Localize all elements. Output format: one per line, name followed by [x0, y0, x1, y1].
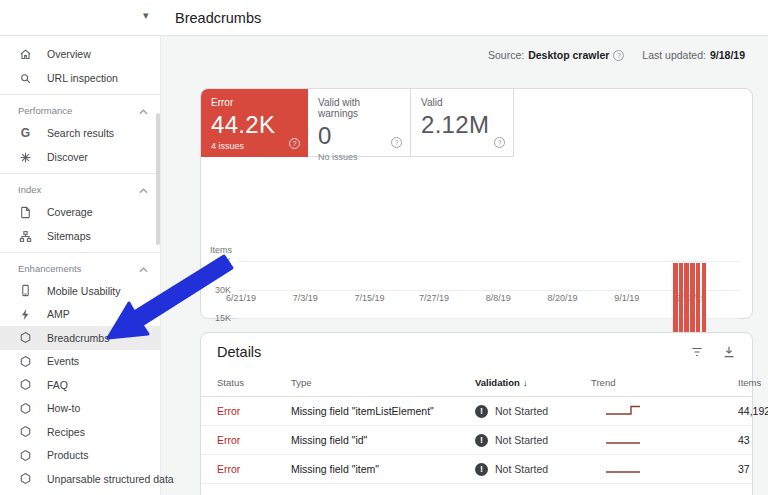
valid-warnings-card[interactable]: Valid with warnings 0 No issues ?: [308, 89, 411, 157]
sidebar-item-label: Coverage: [47, 206, 93, 218]
x-tick-label: 8/20/19: [538, 293, 588, 303]
chevron-up-icon: [139, 180, 148, 198]
sidebar-divider: [0, 94, 160, 95]
google-g-icon: G: [18, 126, 33, 141]
sidebar-item-label: Sitemaps: [47, 230, 91, 242]
enhancement-icon: [18, 471, 33, 486]
valid-card-help-icon[interactable]: ?: [494, 131, 505, 149]
sidebar-item-breadcrumbs[interactable]: Breadcrumbs: [0, 326, 160, 350]
sidebar-item-coverage[interactable]: Coverage: [0, 200, 160, 224]
chart-gridline: [237, 290, 740, 291]
search-console-window: ▾ Breadcrumbs OverviewURL inspectionPerf…: [0, 0, 768, 495]
sidebar-section-enhancements[interactable]: Enhancements: [0, 257, 160, 279]
col-header-status[interactable]: Status: [217, 377, 291, 388]
section-label: Enhancements: [18, 263, 139, 274]
search-icon: [18, 71, 33, 86]
error-card-value: 44.2K: [211, 111, 298, 139]
not-started-icon: !: [475, 405, 488, 418]
table-row[interactable]: ErrorMissing field "id"!Not Started43: [201, 426, 752, 455]
valid-card-value: 2.12M: [421, 111, 503, 139]
enhancement-icon: [18, 354, 33, 369]
details-title: Details: [217, 344, 261, 360]
sidebar-item-label: Search results: [47, 127, 114, 139]
enhancement-icon: [18, 448, 33, 463]
sidebar-item-recipes[interactable]: Recipes: [0, 420, 160, 444]
help-icon[interactable]: ?: [391, 137, 402, 148]
sidebar-item-how-to[interactable]: How-to: [0, 397, 160, 421]
help-icon[interactable]: ?: [289, 138, 300, 149]
sidebar-item-amp[interactable]: AMP: [0, 303, 160, 327]
cell-status: Error: [217, 405, 291, 417]
sidebar-item-discover[interactable]: Discover: [0, 145, 160, 169]
col-header-validation[interactable]: Validation↓: [475, 377, 591, 388]
error-card[interactable]: Error 44.2K 4 issues ?: [201, 89, 308, 157]
summary-cards-row: Error 44.2K 4 issues ? Valid with warnin…: [201, 89, 752, 157]
page-title: Breadcrumbs: [175, 10, 261, 26]
x-tick-label: 7/3/19: [280, 293, 330, 303]
sort-down-icon: ↓: [523, 378, 528, 388]
filter-icon[interactable]: [690, 345, 704, 359]
cell-trend-sparkline: [591, 460, 738, 478]
amp-icon: [18, 307, 33, 322]
help-icon[interactable]: ?: [494, 137, 505, 148]
sidebar-item-label: Recipes: [47, 426, 85, 438]
sidebar-item-mobile-usability[interactable]: Mobile Usability: [0, 279, 160, 303]
property-dropdown-caret[interactable]: ▾: [143, 9, 149, 22]
report-toolbar: Source: Desktop crawler ? Last updated: …: [161, 36, 768, 76]
sidebar-item-label: Events: [47, 355, 79, 367]
source-help-icon[interactable]: ?: [613, 50, 624, 61]
chart-gridline: [237, 318, 740, 319]
cell-items: 37: [738, 463, 750, 475]
x-tick-label: 7/27/19: [409, 293, 459, 303]
enhancement-icon: [18, 330, 33, 345]
sidebar-item-faq[interactable]: FAQ: [0, 373, 160, 397]
cell-type: Missing field "id": [291, 434, 475, 446]
sidebar-section-index[interactable]: Index: [0, 178, 160, 200]
valid-warnings-value: 0: [318, 122, 400, 150]
sidebar-item-overview[interactable]: Overview: [0, 42, 160, 66]
col-header-items[interactable]: Items: [738, 377, 761, 388]
y-tick-label: 45K: [201, 256, 231, 266]
enhancement-icon: [18, 377, 33, 392]
table-row[interactable]: ErrorMissing field "itemListElement"!Not…: [201, 397, 752, 426]
summary-chart-panel: Error 44.2K 4 issues ? Valid with warnin…: [200, 88, 753, 319]
validation-label: Not Started: [495, 434, 548, 446]
table-row[interactable]: ErrorMissing field "item"!Not Started37: [201, 455, 752, 484]
valid-card[interactable]: Valid 2.12M ?: [411, 89, 514, 157]
col-header-trend[interactable]: Trend: [591, 377, 738, 388]
details-actions: [690, 345, 736, 359]
sidebar-item-search-results[interactable]: GSearch results: [0, 121, 160, 145]
sidebar-item-sitemaps[interactable]: Sitemaps: [0, 224, 160, 248]
details-panel: Details Status Type Validation↓ Trend It…: [200, 332, 753, 495]
cell-items: 44,192: [738, 405, 768, 417]
sidebar-item-label: FAQ: [47, 379, 68, 391]
error-card-help-icon[interactable]: ?: [289, 132, 300, 150]
sidebar-item-events[interactable]: Events: [0, 350, 160, 374]
sitemaps-icon: [18, 229, 33, 244]
source-label: Source:: [488, 49, 524, 61]
chevron-up-icon: [139, 259, 148, 277]
sidebar-divider: [0, 173, 160, 174]
chart-gridline: [237, 261, 740, 262]
validation-label: Not Started: [495, 405, 548, 417]
valid-warnings-help-icon[interactable]: ?: [391, 131, 402, 149]
home-icon: [18, 47, 33, 62]
sidebar-item-label: AMP: [47, 308, 70, 320]
sidebar-item-label: Breadcrumbs: [47, 332, 109, 344]
download-icon[interactable]: [722, 345, 736, 359]
sidebar-item-products[interactable]: Products: [0, 444, 160, 468]
cell-trend-sparkline: [591, 431, 738, 449]
error-card-label: Error: [211, 97, 298, 108]
sidebar-nav: OverviewURL inspectionPerformanceGSearch…: [0, 0, 161, 495]
sidebar-item-url-inspection[interactable]: URL inspection: [0, 66, 160, 90]
sidebar-divider: [0, 252, 160, 253]
col-header-type[interactable]: Type: [291, 377, 475, 388]
details-table-header: Status Type Validation↓ Trend Items: [201, 369, 752, 397]
sidebar-section-performance[interactable]: Performance: [0, 99, 160, 121]
enhancement-icon: [18, 401, 33, 416]
cell-validation: !Not Started: [475, 405, 591, 418]
validation-label: Not Started: [495, 463, 548, 475]
cell-status: Error: [217, 463, 291, 475]
coverage-icon: [18, 205, 33, 220]
sidebar-item-unparsable-structured-data[interactable]: Unparsable structured data: [0, 467, 160, 491]
